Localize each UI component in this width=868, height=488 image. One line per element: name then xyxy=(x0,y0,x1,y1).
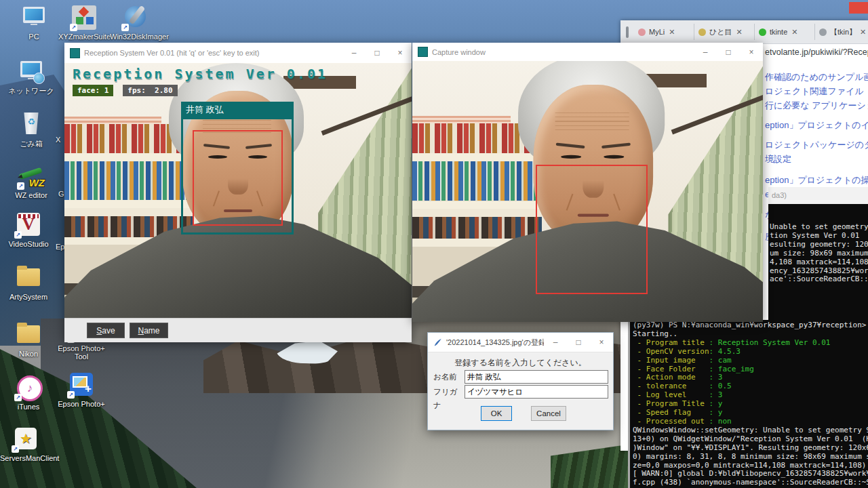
tab-favicon xyxy=(698,28,706,36)
tab-favicon xyxy=(759,28,766,36)
name-button[interactable]: Name xyxy=(130,323,168,338)
face-detection-box xyxy=(536,165,648,294)
minimize-icon[interactable]: – xyxy=(544,333,567,351)
close-icon[interactable]: × xyxy=(389,44,412,62)
desktop-icon-itunes[interactable]: ♪↗iTunes xyxy=(3,374,54,411)
capture-titlebar[interactable]: Capture window – □ × xyxy=(412,43,763,62)
desktop-icon-label: Epson Photo+ xyxy=(56,400,107,408)
window-icon[interactable] xyxy=(626,26,629,38)
name-input[interactable] xyxy=(465,370,608,384)
wz-icon: WZ↗ xyxy=(16,163,46,190)
terminal-line: um size: 98x69 maximum s xyxy=(770,249,868,258)
minimize-icon[interactable]: – xyxy=(694,43,717,61)
wiki-link[interactable]: eption」プロジェクトの操作マ xyxy=(765,175,868,186)
powershell-terminal[interactable]: (py37w) PS N:¥anaconda_win¥workspace_py3… xyxy=(628,320,868,488)
recycle-icon: ♻ xyxy=(16,111,46,138)
terminal-line: (py37w) PS N:¥anaconda_win¥workspace_py3… xyxy=(633,321,868,330)
window-title: Reception System Ver 0.01 (hit 'q' or 'e… xyxy=(84,49,342,57)
hidden-icon-label: G xyxy=(58,190,64,198)
desktop-icon-ネットワ-ク[interactable]: ネットワーク xyxy=(5,58,57,95)
wiki-link[interactable]: ロジェクトパッケージのダウ xyxy=(765,140,868,150)
ok-button[interactable]: OK xyxy=(481,406,512,421)
maximize-icon[interactable]: □ xyxy=(567,333,590,351)
desktop-icon-label: ServersManClient xyxy=(0,454,52,462)
address-bar-text[interactable]: etvolante.jp/pukiwiki/?Receptio xyxy=(765,47,868,57)
cancel-button[interactable]: Cancel xyxy=(531,406,566,421)
tab-close-icon[interactable]: ✕ xyxy=(860,28,866,37)
app-icon xyxy=(70,48,80,58)
wiki-link[interactable]: eption」プロジェクトのインス xyxy=(765,120,868,131)
hidden-icon-label: Ep xyxy=(56,243,64,251)
shortcut-arrow-icon: ↗ xyxy=(121,24,129,31)
tab-close-icon[interactable]: ✕ xyxy=(791,28,797,37)
itunes-icon: ♪↗ xyxy=(14,374,43,401)
terminal-line: Unable to set geometry S xyxy=(770,223,868,232)
browser-tab-4[interactable]: 【tkin】✕ xyxy=(815,24,868,40)
browser-tab-strip: MyLi✕ひと目✕tkinte✕【tkin】✕ IS xyxy=(620,20,868,44)
detected-name-label: 井筒 政弘 xyxy=(181,102,294,117)
disk-icon: ↗ xyxy=(121,4,151,31)
shortcut-arrow-icon: ↗ xyxy=(14,231,22,239)
close-icon[interactable]: × xyxy=(740,43,763,61)
dialog-titlebar[interactable]: '20221014_134325.jpg'の登録 – □ × xyxy=(428,333,613,352)
desktop-icon-label: Win32DiskImager xyxy=(110,33,161,41)
browser-tab-3[interactable]: tkinte✕ xyxy=(755,24,815,40)
close-icon[interactable]: × xyxy=(590,333,613,351)
shortcut-arrow-icon: ↗ xyxy=(17,182,24,190)
maximize-icon[interactable]: □ xyxy=(366,44,389,62)
desktop-icon-videostudio[interactable]: V↗VideoStudio xyxy=(3,211,54,248)
hidden-icon-label: X xyxy=(56,136,60,144)
background-terminal: Unable to set geometry Stion System Ver … xyxy=(768,204,868,320)
shortcut-arrow-icon: ↗ xyxy=(14,394,22,401)
desktop-icon-label: ごみ箱 xyxy=(5,140,57,148)
desktop-icon-epson-photo+[interactable]: +↗Epson Photo+ xyxy=(56,371,107,408)
maximize-icon[interactable]: □ xyxy=(717,43,740,61)
desktop-icon-nikon[interactable]: Nikon xyxy=(3,321,54,358)
wiki-link[interactable]: 作確認のためのサンプル画像 xyxy=(765,72,868,83)
desktop-icon-label: Epson Photo+ Tool xyxy=(56,344,107,361)
wiki-link[interactable]: ロジェクト関連ファイル xyxy=(765,86,868,97)
xyz-icon: ↗ xyxy=(69,4,99,31)
desktop: PC↗XYZmakerSuite↗Win32DiskImagerネットワーク♻ご… xyxy=(0,0,868,488)
tab-label: tkinte xyxy=(770,28,787,36)
reception-video-feed: Reception System Ver 0.01 face: 1 fps: 2… xyxy=(64,63,412,319)
kana-input[interactable] xyxy=(465,385,608,399)
face-landmark-box xyxy=(193,130,283,226)
tab-close-icon[interactable]: ✕ xyxy=(736,28,743,37)
folder-icon xyxy=(14,264,43,291)
desktop-icon-label: XYZmakerSuite xyxy=(58,33,110,41)
desktop-icon-xyzmakersuite[interactable]: ↗XYZmakerSuite xyxy=(58,4,110,41)
wiki-link[interactable]: 行に必要な アプリケーション xyxy=(765,100,868,111)
background-terminal-titlebar[interactable]: da3) xyxy=(768,187,868,204)
tab-favicon xyxy=(638,28,646,36)
desktop-icon-artysystem[interactable]: ArtySystem xyxy=(3,264,54,301)
shortcut-arrow-icon: ↗ xyxy=(70,24,77,31)
terminal-line: QWindowsWindow::setGeometry: Unable to s… xyxy=(633,426,868,435)
shortcut-arrow-icon: ↗ xyxy=(67,391,75,399)
reception-titlebar[interactable]: Reception System Ver 0.01 (hit 'q' or 'e… xyxy=(64,43,412,64)
desktop-icon-serversmanclient[interactable]: ★↗ServersManClient xyxy=(0,426,52,462)
minimize-icon[interactable]: – xyxy=(342,44,366,62)
shortcut-arrow-icon: ↗ xyxy=(12,445,19,453)
desktop-icon-label: WZ editor xyxy=(5,191,57,199)
desktop-icon-label: iTunes xyxy=(3,403,54,411)
terminal-line: 0) margins: 8, 31, 8, 8 minimum size: 98… xyxy=(633,453,868,462)
save-button[interactable]: Save xyxy=(87,323,125,338)
browser-tab-2[interactable]: ひと目✕ xyxy=(694,24,755,40)
desktop-icon-ごみ箱[interactable]: ♻ごみ箱 xyxy=(5,111,57,148)
wiki-link[interactable]: 境設定 xyxy=(765,154,868,165)
dialog-prompt: 登録する名前を入力してください。 xyxy=(428,357,613,369)
desktop-icon-win32diskimager[interactable]: ↗Win32DiskImager xyxy=(110,4,161,41)
video-icon: V↗ xyxy=(14,211,43,239)
tab-label: MyLi xyxy=(649,28,665,36)
tab-label: 【tkin】 xyxy=(830,27,856,37)
window-title: Capture window xyxy=(432,48,694,56)
tab-label: ひと目 xyxy=(709,27,732,37)
terminal-line: f.cpp (438) `anonymous-namespace'::Sourc… xyxy=(633,479,868,487)
browser-tabs: MyLi✕ひと目✕tkinte✕【tkin】✕ xyxy=(634,24,868,40)
tab-close-icon[interactable]: ✕ xyxy=(669,28,675,37)
desktop-icon-pc[interactable]: PC xyxy=(8,4,60,41)
dialog-title: '20221014_134325.jpg'の登録 xyxy=(446,338,544,348)
desktop-icon-wz-editor[interactable]: WZ↗WZ editor xyxy=(5,163,57,199)
browser-tab-1[interactable]: MyLi✕ xyxy=(634,24,694,40)
